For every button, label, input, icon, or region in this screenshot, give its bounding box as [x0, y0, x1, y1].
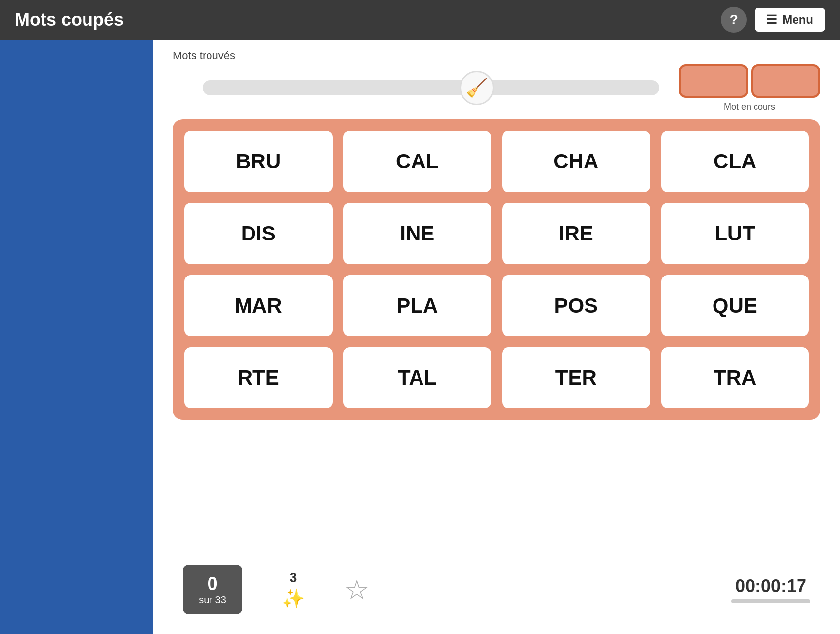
syllable-card-mar[interactable]: MAR — [183, 274, 334, 338]
word-slot-2 — [751, 64, 820, 98]
syllable-card-tra[interactable]: TRA — [660, 346, 811, 410]
syllable-card-cla[interactable]: CLA — [660, 129, 811, 194]
syllable-card-cha[interactable]: CHA — [501, 129, 652, 194]
current-word-label: Mot en cours — [724, 102, 775, 112]
current-word-boxes — [679, 64, 820, 98]
score-value: 0 — [207, 574, 217, 594]
syllable-card-dis[interactable]: DIS — [183, 201, 334, 266]
star-icon: ☆ — [344, 574, 369, 606]
current-word-area: Mot en cours — [679, 64, 820, 112]
main-content: Mots trouvés 🧹 Mot en cours BRUCALCHACLA… — [153, 40, 840, 634]
syllable-grid: BRUCALCHACLADISINEIRELUTMARPLAPOSQUERTET… — [173, 119, 820, 420]
bottom-bar: 0 sur 33 3 ✨ ☆ 00:00:17 — [173, 560, 820, 619]
syllable-card-bru[interactable]: BRU — [183, 129, 334, 194]
header-controls: ? ☰ Menu — [721, 7, 825, 33]
word-slot-1 — [679, 64, 748, 98]
menu-icon: ☰ — [766, 13, 777, 27]
timer-area: 00:00:17 — [731, 576, 810, 603]
syllable-card-cal[interactable]: CAL — [342, 129, 493, 194]
timer-value: 00:00:17 — [735, 576, 806, 596]
timer-bar — [731, 599, 810, 603]
menu-label: Menu — [782, 13, 813, 27]
bonus-count: 3 — [290, 570, 297, 586]
progress-track — [203, 80, 659, 95]
star-area[interactable]: ☆ — [344, 574, 369, 606]
score-sub: sur 33 — [199, 594, 226, 605]
syllable-card-ire[interactable]: IRE — [501, 201, 652, 266]
menu-button[interactable]: ☰ Menu — [755, 8, 825, 32]
sidebar — [0, 40, 153, 634]
syllable-card-pos[interactable]: POS — [501, 274, 652, 338]
app-header: Mots coupés ? ☰ Menu — [0, 0, 840, 40]
bonus-area: 3 ✨ — [282, 570, 305, 609]
app-title: Mots coupés — [15, 9, 124, 30]
bonus-icon: ✨ — [282, 588, 305, 609]
eraser-button[interactable]: 🧹 — [460, 71, 494, 105]
syllable-card-ine[interactable]: INE — [342, 201, 493, 266]
progress-area: 🧹 Mot en cours — [173, 68, 820, 108]
syllable-card-lut[interactable]: LUT — [660, 201, 811, 266]
score-box: 0 sur 33 — [183, 565, 242, 614]
mots-trouves-label: Mots trouvés — [173, 49, 820, 62]
syllable-card-tal[interactable]: TAL — [342, 346, 493, 410]
eraser-icon: 🧹 — [466, 78, 488, 98]
syllable-card-pla[interactable]: PLA — [342, 274, 493, 338]
syllable-card-que[interactable]: QUE — [660, 274, 811, 338]
syllable-card-rte[interactable]: RTE — [183, 346, 334, 410]
syllable-card-ter[interactable]: TER — [501, 346, 652, 410]
help-button[interactable]: ? — [721, 7, 747, 33]
main-layout: Mots trouvés 🧹 Mot en cours BRUCALCHACLA… — [0, 40, 840, 634]
